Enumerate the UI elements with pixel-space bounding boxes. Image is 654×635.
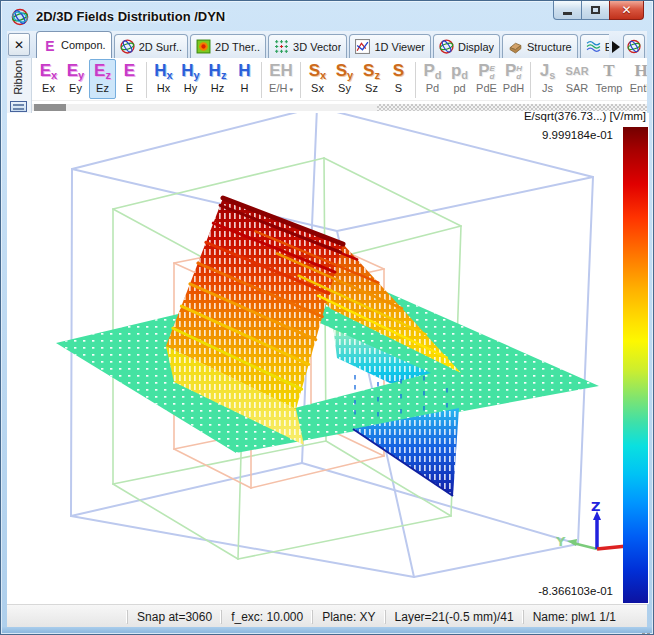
ribbon-button-hx[interactable]: HxHx: [150, 59, 177, 99]
ribbon-button-label: Hx: [157, 82, 170, 95]
ribbon-button-sy[interactable]: SySy: [331, 59, 358, 99]
tab-label: 3D Vector: [293, 41, 341, 53]
ribbon-button-label: Enth: [630, 82, 647, 95]
ribbon-button-label: Temp: [596, 82, 623, 95]
ribbon-scrollbar-thumb[interactable]: [34, 104, 66, 111]
ribbon-button-glyph: Ez: [94, 60, 111, 82]
ribbon-group-poynting: SxSxSySySzSzSS: [304, 59, 412, 99]
tab-2d-surf[interactable]: 2D Surf..: [114, 34, 188, 58]
maximize-icon: [591, 6, 600, 14]
ribbon-button-ez[interactable]: EzEz: [89, 59, 116, 99]
app-window: 2D/3D Fields Distribution /DYN ✕ ✕ EComp…: [0, 0, 654, 635]
ribbon-button-glyph: PEd: [478, 60, 495, 82]
plot-canvas[interactable]: ZXY: [7, 113, 649, 604]
ribbon: Ribbon ExExEyEyEzEzEEHxHxHyHyHzHzHHEHE/H…: [7, 58, 647, 113]
ribbon-button-label: Hy: [184, 82, 197, 95]
ribbon-button-label: PdE: [476, 82, 497, 95]
tab-scroll-right-icon: [612, 41, 620, 53]
ribbon-close-button[interactable]: ✕: [8, 33, 30, 56]
tab-partial[interactable]: [623, 34, 645, 58]
tab-structure[interactable]: Structure: [502, 34, 578, 58]
ribbon-button-label: Js: [542, 82, 553, 95]
ribbon-button-h[interactable]: HH: [231, 59, 258, 99]
close-button[interactable]: ✕: [609, 1, 644, 20]
ribbon-button-glyph: Sy: [336, 60, 353, 82]
ribbon-button-js[interactable]: JsJs: [534, 59, 561, 99]
ribbon-button-label: Ex: [42, 82, 55, 95]
ribbon-button-enth[interactable]: HEnth: [625, 59, 647, 99]
ribbon-button-e-h[interactable]: EHE/H ▾: [265, 59, 297, 99]
tab-envelope[interactable]: Envelope: [580, 34, 609, 58]
sphere-icon: [120, 39, 135, 54]
tab-2d-ther[interactable]: 2D Ther..: [190, 34, 266, 58]
chart-icon: [355, 39, 370, 54]
minimize-button[interactable]: [553, 1, 582, 20]
ribbon-button-sar[interactable]: SARSAR: [561, 59, 593, 99]
ribbon-button-pd[interactable]: pdpd: [446, 59, 473, 99]
ribbon-button-glyph: Ex: [40, 60, 57, 82]
ribbon-button-sz[interactable]: SzSz: [358, 59, 385, 99]
ribbon-button-glyph: Sx: [309, 60, 326, 82]
sphere-icon: [627, 39, 641, 54]
ribbon-button-glyph: Hz: [209, 60, 227, 82]
ribbon-button-glyph: Ey: [67, 60, 84, 82]
minimize-icon: [563, 12, 572, 15]
ribbon-group-separator: [300, 62, 301, 98]
tab-display[interactable]: Display: [433, 34, 500, 58]
colorbar: [623, 127, 648, 603]
ribbon-group-separator: [415, 62, 416, 98]
tab-label: 2D Ther..: [215, 41, 260, 53]
ribbon-button-label: Pd: [426, 82, 439, 95]
colorbar-max-value: 9.999184e-01: [542, 129, 613, 141]
ribbon-button-glyph: PHd: [505, 60, 522, 82]
ribbon-button-label: E/H ▾: [269, 82, 293, 96]
ribbon-button-glyph: Js: [540, 60, 556, 82]
window-bottom-border: [2, 627, 652, 633]
ribbon-button-pd[interactable]: PdPd: [419, 59, 446, 99]
ribbon-button-hy[interactable]: HyHy: [177, 59, 204, 99]
waves-icon: [586, 39, 601, 54]
ribbon-group-power-density: PdPdpdpdPEdPdEPHdPdH: [419, 59, 527, 99]
vector-grid-icon: [274, 39, 289, 54]
maximize-button[interactable]: [582, 1, 609, 20]
ribbon-group-bio-thermal: JsJsSARSARTTempHEnth: [534, 59, 647, 99]
status-panel-4: Name: plw1 1/1: [523, 610, 625, 624]
ribbon-button-label: SAR: [566, 82, 589, 95]
ribbon-button-glyph: SAR: [565, 60, 588, 82]
status-panel-3: Layer=21(-0.5 mm)/41: [385, 610, 523, 624]
ribbon-group-eh-ratio: EHE/H ▾: [265, 59, 297, 99]
ribbon-button-e[interactable]: EE: [116, 59, 143, 99]
tab-label: Display: [458, 41, 494, 53]
ribbon-button-hz[interactable]: HzHz: [204, 59, 231, 99]
ribbon-button-ex[interactable]: ExEx: [35, 59, 62, 99]
ribbon-panel-icon[interactable]: [10, 101, 27, 112]
ribbon-button-pdh[interactable]: PHdPdH: [500, 59, 527, 99]
tab-compon[interactable]: ECompon.: [36, 31, 112, 58]
ribbon-button-glyph: H: [634, 60, 647, 82]
tab-3d-vector[interactable]: 3D Vector: [268, 34, 347, 58]
ribbon-button-label: Ey: [69, 82, 82, 95]
ribbon-button-s[interactable]: SS: [385, 59, 412, 99]
ribbon-button-pde[interactable]: PEdPdE: [473, 59, 500, 99]
window-controls: ✕: [553, 1, 644, 20]
tab-label: 1D Viewer: [374, 41, 425, 53]
ribbon-button-label: Hz: [211, 82, 224, 95]
ribbon-groups: ExExEyEyEzEzEEHxHxHyHyHzHzHHEHE/H ▾SxSxS…: [32, 58, 647, 100]
ribbon-group-separator: [261, 62, 262, 98]
app-icon: [11, 8, 29, 26]
tab-1d-viewer[interactable]: 1D Viewer: [349, 34, 431, 58]
tab-bar: ✕ ECompon.2D Surf..2D Ther..3D Vector1D …: [7, 31, 647, 58]
ribbon-button-ey[interactable]: EyEy: [62, 59, 89, 99]
ribbon-button-label: Sx: [311, 82, 324, 95]
ribbon-button-sx[interactable]: SxSx: [304, 59, 331, 99]
ribbon-button-temp[interactable]: TTemp: [593, 59, 625, 99]
ribbon-button-label: H: [241, 82, 249, 95]
ribbon-group-e-field: ExExEyEyEzEzEE: [35, 59, 143, 99]
ribbon-button-label: S: [395, 82, 402, 95]
tab-label: Compon.: [61, 39, 106, 51]
slab-icon: [508, 39, 523, 54]
ribbon-button-glyph: S: [393, 60, 404, 82]
tab-label: Structure: [527, 41, 572, 53]
axis-y-label: Y: [555, 534, 566, 549]
tab-scroll-button[interactable]: [609, 36, 623, 58]
